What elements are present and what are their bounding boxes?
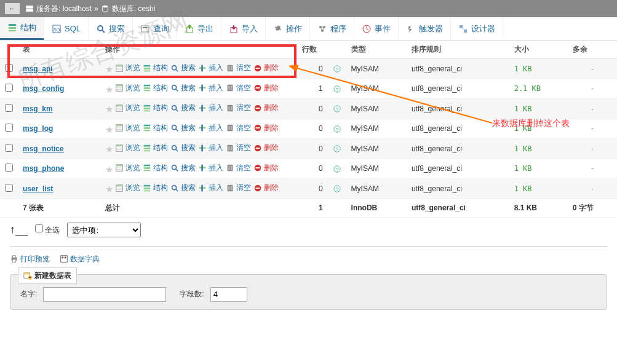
col-collation[interactable]: 排序规则: [407, 41, 509, 59]
table-name-link[interactable]: msg_phone: [23, 164, 64, 173]
col-type[interactable]: 类型: [346, 41, 407, 59]
op-search[interactable]: 搜索: [170, 163, 196, 173]
col-rows[interactable]: 行数: [297, 41, 328, 59]
drop-icon: [253, 104, 262, 113]
row-checkbox[interactable]: [5, 64, 13, 72]
check-all-checkbox[interactable]: [35, 224, 43, 232]
table-name-link[interactable]: user_list: [23, 184, 53, 193]
row-checkbox[interactable]: [5, 104, 13, 112]
favorite-star[interactable]: ★: [105, 124, 113, 134]
print-view-link[interactable]: 打印预览: [10, 255, 50, 263]
op-empty[interactable]: 清空: [226, 143, 251, 153]
columns-count-input[interactable]: [210, 287, 247, 302]
tab-query[interactable]: 查询: [133, 17, 177, 40]
tab-triggers[interactable]: 触发器: [399, 17, 451, 40]
op-drop[interactable]: 删除: [253, 123, 279, 133]
check-all[interactable]: 全选: [35, 224, 60, 235]
op-empty[interactable]: 清空: [226, 163, 251, 173]
table-name-input[interactable]: [43, 287, 166, 302]
op-drop[interactable]: 删除: [253, 63, 279, 73]
info-icon[interactable]: ?: [333, 184, 341, 193]
row-checkbox[interactable]: [5, 184, 13, 192]
info-icon[interactable]: ?: [333, 105, 341, 113]
row-checkbox[interactable]: [5, 84, 13, 92]
info-icon[interactable]: ?: [333, 125, 341, 133]
table-name-link[interactable]: msg_km: [23, 105, 53, 113]
op-insert[interactable]: 插入: [198, 123, 223, 133]
tab-export[interactable]: 导出: [177, 17, 221, 40]
favorite-star[interactable]: ★: [105, 84, 113, 94]
op-insert[interactable]: 插入: [198, 83, 223, 93]
info-icon[interactable]: ?: [333, 65, 341, 73]
data-dict-link[interactable]: 数据字典: [60, 255, 100, 263]
info-icon[interactable]: ?: [333, 85, 341, 93]
tab-import[interactable]: 导入: [221, 17, 266, 40]
op-search[interactable]: 搜索: [170, 143, 196, 153]
op-browse[interactable]: 浏览: [115, 163, 140, 173]
table-name-link[interactable]: msg_notice: [23, 144, 64, 153]
op-insert[interactable]: 插入: [198, 103, 223, 113]
with-selected-select[interactable]: 选中项:: [67, 223, 141, 237]
op-structure[interactable]: 结构: [143, 123, 168, 133]
row-checkbox[interactable]: [5, 164, 13, 172]
op-empty[interactable]: 清空: [226, 103, 251, 113]
op-structure[interactable]: 结构: [143, 63, 168, 73]
op-browse[interactable]: 浏览: [115, 83, 140, 93]
col-size[interactable]: 大小: [509, 41, 568, 59]
op-structure[interactable]: 结构: [143, 83, 168, 93]
op-browse[interactable]: 浏览: [115, 63, 140, 73]
tab-sql[interactable]: SQLSQL: [44, 17, 89, 40]
table-name-link[interactable]: msg_api: [23, 65, 53, 73]
op-search[interactable]: 搜索: [170, 123, 196, 133]
op-structure[interactable]: 结构: [143, 163, 168, 173]
op-drop[interactable]: 删除: [253, 83, 279, 93]
op-browse[interactable]: 浏览: [115, 183, 140, 193]
tab-operations[interactable]: 操作: [266, 17, 310, 40]
tab-structure[interactable]: 结构: [0, 17, 44, 40]
op-empty[interactable]: 清空: [226, 183, 251, 193]
breadcrumb-database[interactable]: 数据库: ceshi: [112, 4, 156, 14]
tab-search[interactable]: 搜索: [89, 17, 133, 40]
op-insert[interactable]: 插入: [198, 183, 223, 193]
op-empty[interactable]: 清空: [226, 123, 251, 133]
op-structure[interactable]: 结构: [143, 143, 168, 153]
favorite-star[interactable]: ★: [105, 104, 113, 114]
col-table[interactable]: 表: [18, 41, 100, 59]
favorite-star[interactable]: ★: [105, 164, 113, 174]
op-search[interactable]: 搜索: [170, 103, 196, 113]
op-insert[interactable]: 插入: [198, 143, 223, 153]
op-search[interactable]: 搜索: [170, 63, 196, 73]
tab-events[interactable]: 事件: [354, 17, 399, 40]
favorite-star[interactable]: ★: [105, 144, 113, 154]
op-browse[interactable]: 浏览: [115, 123, 140, 133]
row-checkbox[interactable]: [5, 124, 13, 132]
op-insert[interactable]: 插入: [198, 63, 223, 73]
tab-routines[interactable]: 程序: [310, 17, 354, 40]
op-drop[interactable]: 删除: [253, 163, 279, 173]
op-structure[interactable]: 结构: [143, 103, 168, 113]
op-insert[interactable]: 插入: [198, 163, 223, 173]
table-name-link[interactable]: msg_log: [23, 124, 53, 133]
tab-designer[interactable]: 设计器: [451, 17, 503, 40]
op-drop[interactable]: 删除: [253, 143, 279, 153]
favorite-star[interactable]: ★: [105, 184, 113, 194]
op-empty[interactable]: 清空: [226, 63, 251, 73]
op-drop[interactable]: 删除: [253, 183, 279, 193]
op-structure[interactable]: 结构: [143, 183, 168, 193]
op-browse[interactable]: 浏览: [115, 143, 140, 153]
op-drop[interactable]: 删除: [253, 103, 279, 113]
back-button[interactable]: ←: [5, 3, 20, 14]
favorite-star[interactable]: ★: [105, 64, 113, 74]
info-icon[interactable]: ?: [333, 165, 341, 173]
row-checkbox[interactable]: [5, 144, 13, 152]
op-browse[interactable]: 浏览: [115, 103, 140, 113]
table-name-link[interactable]: msg_config: [23, 84, 64, 93]
op-empty[interactable]: 清空: [226, 83, 251, 93]
cell-overhead: -: [568, 99, 617, 119]
op-search[interactable]: 搜索: [170, 83, 196, 93]
col-overhead[interactable]: 多余: [568, 41, 617, 59]
breadcrumb-server[interactable]: 服务器: localhost: [36, 4, 92, 14]
info-icon[interactable]: ?: [333, 144, 341, 153]
op-search[interactable]: 搜索: [170, 183, 196, 193]
svg-rect-85: [201, 125, 203, 132]
